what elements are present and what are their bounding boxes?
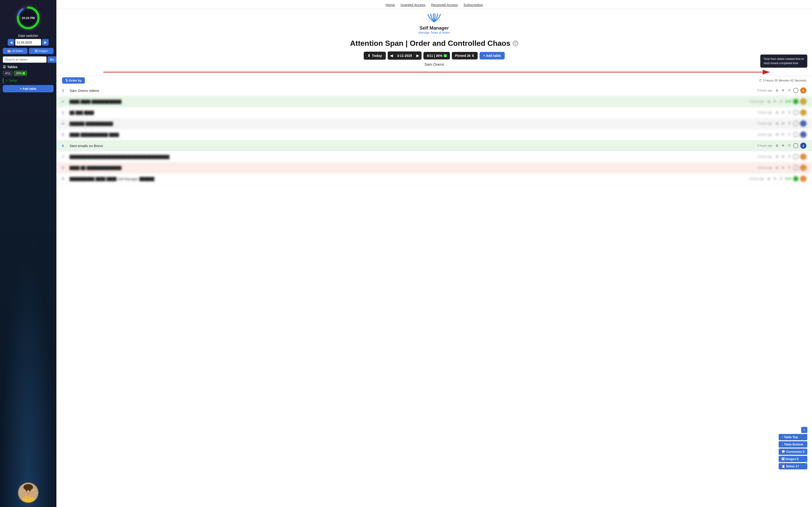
- clock-icon[interactable]: ⏱: [787, 88, 791, 93]
- clock-icon[interactable]: ⏱: [787, 143, 791, 148]
- task-num: 7: [62, 155, 68, 159]
- main-content: Home Granted Access Received Access Subs…: [56, 0, 812, 507]
- add-table-main-btn[interactable]: + Add table: [479, 52, 505, 59]
- date-nav-group: ◀ 3-11-2025 ▶: [388, 51, 421, 60]
- table-top-btn[interactable]: ↑ Table Top: [778, 434, 807, 440]
- gear-icon[interactable]: ⚙: [775, 154, 779, 159]
- task-num: 2: [62, 100, 68, 103]
- gear-icon[interactable]: ⚙: [775, 88, 779, 93]
- task-title: ██████████ ████ ████ Self Manager ██████: [69, 177, 749, 181]
- count-badge: 1: [800, 99, 806, 105]
- task-time: 4 hours ago: [757, 122, 772, 125]
- task-row: 8 ████ ██ ██████████████ 5 hours ago ⚙ 👁…: [56, 162, 812, 173]
- clock-icon[interactable]: ⏱: [787, 121, 791, 126]
- add-table-sidebar-btn[interactable]: + Add table: [3, 85, 54, 92]
- task-num: 4: [62, 122, 68, 125]
- eye-icon[interactable]: 👁: [781, 165, 785, 170]
- nav-granted-access[interactable]: Granted Access: [401, 3, 425, 7]
- eye-icon[interactable]: 👁: [773, 176, 777, 181]
- check-btn[interactable]: [793, 121, 798, 126]
- page-title: Attention Span | Order and Controlled Ch…: [62, 39, 806, 48]
- eye-icon[interactable]: 👁: [781, 88, 785, 93]
- images-btn[interactable]: 🖼 Images: [29, 48, 54, 54]
- context-menu-close[interactable]: ×: [801, 427, 807, 433]
- clock-icon[interactable]: ⏱: [787, 132, 791, 137]
- go-btn[interactable]: Go: [48, 56, 56, 63]
- task-row: 5 ████ ███████████ ████ 4 hours ago ⚙ 👁 …: [56, 129, 812, 140]
- nav-received-access[interactable]: Received Access: [431, 3, 458, 7]
- user-name: Sam Ovens: [56, 62, 812, 69]
- pinned-btn[interactable]: Pinned 26 ⬇: [452, 52, 478, 59]
- eye-icon[interactable]: 👁: [781, 154, 785, 159]
- clock-icon[interactable]: ⏱: [787, 165, 791, 170]
- progress-btn[interactable]: 4/11 | 36%: [423, 52, 450, 59]
- gear-icon[interactable]: ⚙: [767, 99, 771, 104]
- logo-icon: [426, 13, 443, 24]
- clock-icon[interactable]: ⏱: [787, 110, 791, 115]
- date-prev-btn[interactable]: ◀: [8, 39, 14, 46]
- clock-icon[interactable]: ⏱: [779, 176, 783, 181]
- comments-btn[interactable]: 💬 Comments 0: [778, 449, 807, 455]
- task-time: 5 hours ago: [749, 177, 764, 180]
- gear-icon[interactable]: ⚙: [775, 110, 779, 115]
- check-btn[interactable]: [793, 154, 798, 159]
- date-input[interactable]: [15, 39, 41, 46]
- task-title: ████ ██ ██████████████: [69, 166, 757, 170]
- nav-home[interactable]: Home: [386, 3, 395, 7]
- svg-point-11: [30, 490, 31, 492]
- images-ctx-btn[interactable]: 🖼 Images 0: [778, 456, 807, 462]
- date-next-main-btn[interactable]: ▶: [414, 51, 421, 60]
- extra-time: 22 M: [785, 177, 791, 180]
- task-list: 1 Sam Ovens videos 5 hours ago ⚙ 👁 ⏱ 0 2…: [56, 85, 812, 507]
- table-pct-badge: 36%: [14, 71, 27, 76]
- task-icons: ⚙ 👁 ⏱: [775, 154, 798, 159]
- task-time: 4 hours ago: [757, 155, 772, 158]
- gear-icon[interactable]: ⚙: [775, 165, 779, 170]
- eye-icon[interactable]: 👁: [781, 121, 785, 126]
- gear-icon[interactable]: ⚙: [775, 132, 779, 137]
- task-icons: ⚙ 👁 ⏱: [775, 88, 798, 93]
- top-nav: Home Granted Access Received Access Subs…: [56, 0, 812, 9]
- logo-area: Self Manager Manage Tasks & Notes: [56, 9, 812, 36]
- gear-icon[interactable]: ⚙: [767, 176, 771, 181]
- task-num: 3: [62, 111, 68, 114]
- table-badge-row: 4/11 36%: [3, 71, 54, 76]
- eye-icon[interactable]: 👁: [781, 143, 785, 148]
- task-row: 7 ██████████████████████████████████████…: [56, 151, 812, 162]
- task-time: 2 hours ago: [749, 100, 764, 103]
- eye-icon[interactable]: 👁: [773, 99, 777, 104]
- task-time: 4 hours ago: [757, 133, 772, 136]
- notes-btn[interactable]: 📋 Notes 17: [778, 463, 807, 469]
- progress-dot-icon: [444, 54, 447, 57]
- task-icons: ⚙ 👁 ⏱ 33 M ✓: [767, 99, 798, 104]
- count-badge: 3: [800, 165, 806, 171]
- check-btn[interactable]: [793, 88, 798, 93]
- all-dates-btn[interactable]: 📅 All Dates: [3, 48, 27, 54]
- table-bottom-btn[interactable]: ↓ Table Bottom: [778, 441, 807, 448]
- gear-icon[interactable]: ⚙: [775, 121, 779, 126]
- search-input[interactable]: [3, 56, 47, 63]
- gear-icon[interactable]: ⚙: [775, 143, 779, 148]
- check-btn[interactable]: [793, 132, 798, 137]
- eye-icon[interactable]: 👁: [781, 110, 785, 115]
- check-btn[interactable]: ✓: [793, 99, 798, 104]
- check-btn[interactable]: [793, 143, 798, 148]
- table-num-badge: 4/11: [3, 71, 12, 76]
- check-btn[interactable]: [793, 165, 798, 170]
- logo-subtitle: Manage Tasks & Notes: [418, 31, 450, 34]
- date-switcher-label: Date switcher: [18, 34, 38, 38]
- nav-subscription[interactable]: Subscription: [464, 3, 483, 7]
- clock-icon[interactable]: ⏱: [787, 154, 791, 159]
- task-icons: ⚙ 👁 ⏱: [775, 132, 798, 137]
- date-prev-main-btn[interactable]: ◀: [388, 51, 395, 60]
- check-btn[interactable]: ✓: [793, 176, 798, 181]
- clock-icon[interactable]: ⏱: [779, 99, 783, 104]
- count-badge: 2: [800, 120, 806, 127]
- date-next-btn[interactable]: ▶: [42, 39, 49, 46]
- check-btn[interactable]: [793, 110, 798, 115]
- today-label[interactable]: 1. Today: [3, 78, 54, 83]
- toolbar: ⬇ Today ◀ 3-11-2025 ▶ 4/11 | 36% Pinned …: [56, 50, 812, 62]
- today-btn[interactable]: ⬇ Today: [364, 52, 386, 60]
- info-icon[interactable]: ⓘ: [513, 41, 518, 46]
- eye-icon[interactable]: 👁: [781, 132, 785, 137]
